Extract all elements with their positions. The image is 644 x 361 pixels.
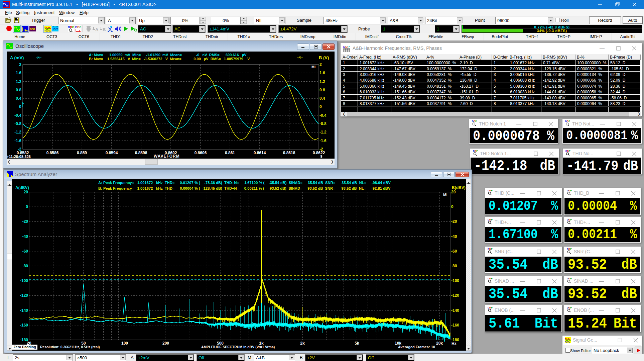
svg-text:DUT: DUT (53, 27, 58, 30)
svg-text:A: A (95, 27, 99, 32)
svg-text:DDP: DDP (343, 45, 350, 49)
svg-text:DDC: DDC (75, 25, 81, 29)
svg-text:DDP: DDP (68, 25, 74, 29)
svg-text:888: 888 (30, 27, 35, 31)
svg-text:B: B (103, 27, 106, 32)
